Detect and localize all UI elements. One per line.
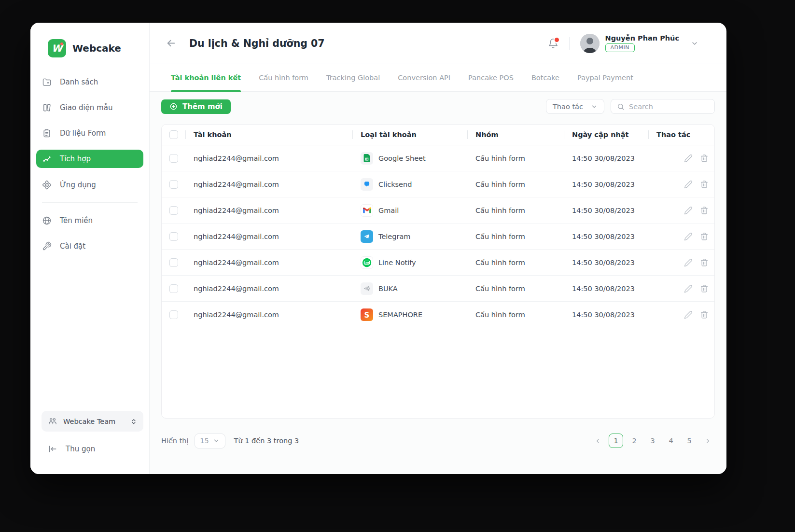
sidebar-item-cai-dat[interactable]: Cài đặt <box>36 233 143 259</box>
delete-icon[interactable] <box>700 232 709 241</box>
sidebar-item-label: Giao diện mẫu <box>60 103 112 112</box>
add-new-button[interactable]: Thêm mới <box>161 99 231 114</box>
table-row: nghiad2244@gmail.com Clicksend Cấu hình … <box>162 171 714 197</box>
toolbar-right: Thao tác <box>546 99 715 114</box>
row-checkbox[interactable] <box>169 154 178 163</box>
table-row: nghiad2244@gmail.com Gmail Cấu hình form… <box>162 197 714 224</box>
avatar[interactable] <box>580 34 600 53</box>
delete-icon[interactable] <box>700 310 709 319</box>
sidebar-item-label: Tên miền <box>60 216 93 225</box>
sidebar-item-tich-hop[interactable]: Tích hợp <box>36 150 143 168</box>
updated-cell: 14:50 30/08/2023 <box>564 233 648 240</box>
content-area: Thêm mới Thao tác <box>150 92 726 474</box>
line-notify-icon: LINE <box>361 256 373 269</box>
tab-conversion-api[interactable]: Conversion API <box>398 64 450 91</box>
delete-icon[interactable] <box>700 206 709 215</box>
row-checkbox[interactable] <box>169 310 178 319</box>
notification-bell-icon[interactable] <box>548 38 558 49</box>
type-cell: S SEMAPHORE <box>352 308 467 321</box>
tab-cau-hinh-form[interactable]: Cấu hình form <box>259 64 308 91</box>
search-input[interactable] <box>629 103 709 111</box>
row-checkbox[interactable] <box>169 284 178 293</box>
sidebar-item-giao-dien-mau[interactable]: Giao diện mẫu <box>36 95 143 120</box>
sidebar-divider <box>42 202 138 203</box>
delete-icon[interactable] <box>700 180 709 189</box>
bulk-actions-dropdown[interactable]: Thao tác <box>546 99 604 114</box>
sidebar-item-danh-sach[interactable]: Danh sách <box>36 69 143 95</box>
svg-text:S: S <box>364 311 370 320</box>
group-cell: Cấu hình form <box>467 154 564 162</box>
group-cell: Cấu hình form <box>467 207 564 214</box>
page-button-3[interactable]: 3 <box>645 434 660 448</box>
app-window: W Webcake Danh sách Giao diện mẫu Dữ <box>30 23 726 474</box>
row-checkbox-cell <box>162 171 185 197</box>
clipboard-icon <box>42 128 52 138</box>
actions-cell <box>648 232 714 241</box>
row-checkbox[interactable] <box>169 180 178 189</box>
row-checkbox[interactable] <box>169 206 178 215</box>
page-button-2[interactable]: 2 <box>627 434 642 448</box>
edit-icon[interactable] <box>684 258 693 267</box>
tab-pancake-pos[interactable]: Pancake POS <box>468 64 514 91</box>
type-label: Gmail <box>378 207 399 214</box>
team-name: Webcake Team <box>63 418 115 425</box>
prev-page-icon[interactable] <box>590 434 605 448</box>
sidebar-item-ung-dung[interactable]: Ứng dụng <box>36 172 143 197</box>
back-button[interactable] <box>166 38 177 49</box>
edit-icon[interactable] <box>684 206 693 215</box>
page-button-1[interactable]: 1 <box>609 434 623 448</box>
sidebar-item-du-lieu-form[interactable]: Dữ liệu Form <box>36 120 143 146</box>
type-label: Telegram <box>378 233 410 240</box>
table-row: nghiad2244@gmail.com S SEMAPHORE Cấu hìn… <box>162 302 714 328</box>
edit-icon[interactable] <box>684 310 693 319</box>
table-footer: Hiển thị 15 Từ 1 đến 3 trong 3 1 2 3 4 <box>161 431 715 450</box>
type-cell: LINE Line Notify <box>352 256 467 269</box>
delete-icon[interactable] <box>700 154 709 163</box>
accounts-table: Tài khoản Loại tài khoản Nhóm Ngày cập n… <box>161 124 715 419</box>
select-all-checkbox[interactable] <box>169 130 178 139</box>
wrench-icon <box>42 241 52 251</box>
group-cell: Cấu hình form <box>467 285 564 293</box>
page-size-select[interactable]: 15 <box>195 434 225 448</box>
delete-icon[interactable] <box>700 284 709 293</box>
page-button-4[interactable]: 4 <box>664 434 678 448</box>
gmail-icon <box>361 204 373 217</box>
type-label: Google Sheet <box>378 154 426 162</box>
row-checkbox[interactable] <box>169 258 178 267</box>
team-switch-icon <box>130 418 137 425</box>
add-new-label: Thêm mới <box>182 102 223 111</box>
tab-botcake[interactable]: Botcake <box>531 64 559 91</box>
updated-cell: 14:50 30/08/2023 <box>564 311 648 319</box>
delete-icon[interactable] <box>700 258 709 267</box>
updated-cell: 14:50 30/08/2023 <box>564 207 648 214</box>
edit-icon[interactable] <box>684 154 693 163</box>
edit-icon[interactable] <box>684 180 693 189</box>
updated-cell: 14:50 30/08/2023 <box>564 285 648 293</box>
collapse-icon <box>48 444 57 454</box>
user-menu-chevron-down-icon[interactable] <box>691 40 698 47</box>
results-range: Từ 1 đến 3 trong 3 <box>234 437 299 445</box>
user-info: Nguyễn Phan Phúc ADMIN <box>605 34 679 52</box>
sidebar-item-label: Ứng dụng <box>60 181 96 189</box>
topbar-right: Nguyễn Phan Phúc ADMIN <box>548 34 698 53</box>
integration-icon <box>42 154 52 164</box>
page-button-5[interactable]: 5 <box>682 434 697 448</box>
pagination: 1 2 3 4 5 <box>590 434 715 448</box>
sidebar-item-ten-mien[interactable]: Tên miền <box>36 208 143 233</box>
sidebar-item-label: Dữ liệu Form <box>60 129 106 138</box>
next-page-icon[interactable] <box>700 434 715 448</box>
edit-icon[interactable] <box>684 232 693 241</box>
edit-icon[interactable] <box>684 284 693 293</box>
tab-tai-khoan-lien-ket[interactable]: Tài khoản liên kết <box>171 64 241 91</box>
tab-paypal-payment[interactable]: Paypal Payment <box>577 64 633 91</box>
account-cell: nghiad2244@gmail.com <box>185 181 352 188</box>
collapse-sidebar-button[interactable]: Thu gọn <box>48 444 149 454</box>
row-checkbox-cell <box>162 224 185 249</box>
type-label: Clicksend <box>378 181 412 188</box>
page-size-value: 15 <box>200 437 209 445</box>
tab-tracking-global[interactable]: Tracking Global <box>326 64 380 91</box>
team-selector[interactable]: Webcake Team <box>42 411 143 432</box>
row-checkbox[interactable] <box>169 232 178 241</box>
updated-cell: 14:50 30/08/2023 <box>564 259 648 266</box>
sidebar-spacer <box>30 259 149 411</box>
